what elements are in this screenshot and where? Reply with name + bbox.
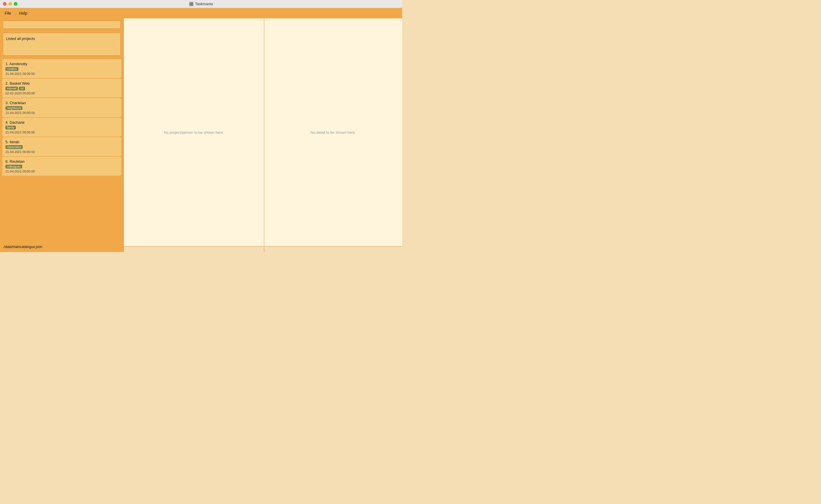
project-item[interactable]: 6. Reuletancolleagues21-04-2021 00:00:00 — [2, 157, 121, 176]
status-text: Listed all projects — [6, 36, 35, 41]
tag: colleagues — [5, 165, 22, 168]
project-tags: neighbours — [5, 106, 118, 110]
project-tags: classmates — [5, 145, 118, 149]
title-bar-text: Taskmania — [189, 2, 213, 6]
title-bar: Taskmania — [0, 0, 402, 8]
middle-footer — [124, 246, 264, 252]
project-tags: internetiot — [5, 87, 118, 90]
content-area: Listed all projects 1. Aeroknottycreativ… — [0, 18, 402, 252]
project-date: 21-04-2021 00:00:00 — [5, 170, 118, 173]
tag: classmates — [5, 145, 23, 149]
middle-content: No project/person to be shown here. — [124, 18, 264, 246]
right-panel: No detail to be shown here. — [264, 18, 402, 252]
project-date: 21-04-2021 00:00:00 — [5, 131, 118, 134]
right-footer — [264, 246, 402, 252]
project-date: 21-04-2021 00:00:00 — [5, 111, 118, 115]
app-title: Taskmania — [195, 2, 213, 6]
project-item[interactable]: 4. Dachariefamily21-04-2021 00:00:00 — [2, 118, 121, 137]
middle-panel: No project/person to be shown here. — [123, 18, 264, 252]
app-container: File Help Listed all projects 1. Aerokno… — [0, 8, 402, 252]
minimize-button[interactable] — [8, 2, 12, 6]
project-item[interactable]: 1. Aeroknottycreative21-04-2021 00:00:00 — [2, 59, 121, 78]
project-title: 4. Dacharie — [5, 120, 118, 125]
tag: family — [5, 126, 16, 129]
project-date: 21-04-2021 00:00:00 — [5, 72, 118, 75]
project-date: 21-04-2021 00:00:00 — [5, 150, 118, 154]
window-controls — [3, 2, 18, 6]
project-title: 3. Charletan — [5, 101, 118, 105]
menu-help[interactable]: Help — [18, 10, 29, 16]
project-title: 1. Aeroknotty — [5, 62, 118, 66]
sidebar: Listed all projects 1. Aeroknottycreativ… — [0, 18, 123, 252]
menu-file[interactable]: File — [3, 10, 12, 16]
project-title: 2. Basket Web — [5, 81, 118, 86]
maximize-button[interactable] — [14, 2, 18, 6]
project-title: 6. Reuletan — [5, 159, 118, 164]
search-area — [0, 18, 123, 31]
tag: neighbours — [5, 106, 22, 110]
projects-list: 1. Aeroknottycreative21-04-2021 00:00:00… — [0, 57, 123, 242]
project-tags: colleagues — [5, 165, 118, 168]
project-item[interactable]: 2. Basket Webinternetiot02-02-2020 00:00… — [2, 79, 121, 98]
middle-empty-text: No project/person to be shown here. — [164, 130, 224, 135]
tag: internet — [5, 87, 18, 90]
tag: creative — [5, 67, 18, 71]
tag: iot — [19, 87, 25, 90]
footer-path: ./data/maincatalogue.json — [3, 245, 42, 249]
close-button[interactable] — [3, 2, 7, 6]
project-tags: family — [5, 126, 118, 129]
project-title: 5. Iterab — [5, 140, 118, 144]
project-item[interactable]: 3. Charletanneighbours21-04-2021 00:00:0… — [2, 98, 121, 117]
project-date: 02-02-2020 00:00:00 — [5, 92, 118, 95]
project-tags: creative — [5, 67, 118, 71]
status-box: Listed all projects — [3, 33, 121, 56]
right-empty-text: No detail to be shown here. — [311, 130, 356, 135]
app-icon — [189, 2, 193, 6]
sidebar-footer: ./data/maincatalogue.json — [0, 242, 123, 252]
right-content: No detail to be shown here. — [264, 18, 402, 246]
project-item[interactable]: 5. Iterabclassmates21-04-2021 00:00:00 — [2, 137, 121, 156]
search-input[interactable] — [3, 21, 121, 29]
menu-bar: File Help — [0, 8, 402, 18]
